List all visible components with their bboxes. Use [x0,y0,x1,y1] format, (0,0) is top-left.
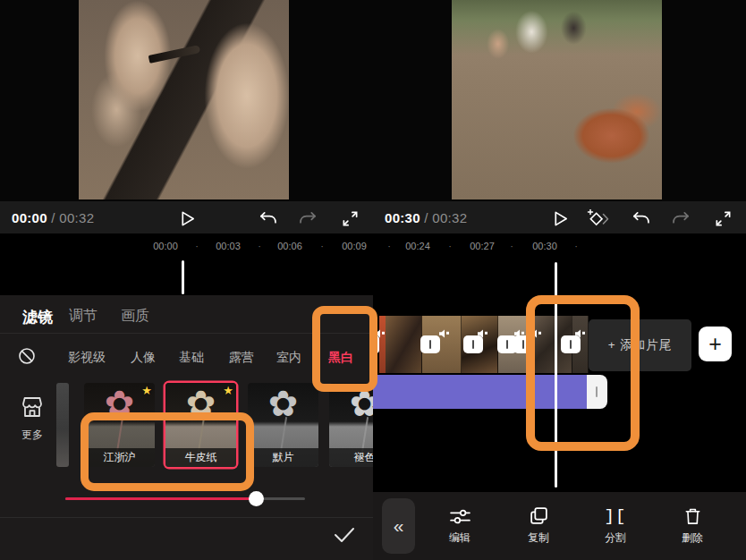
transport-bar: 00:00 / 00:32 [0,201,373,233]
clip-muted-icon [439,326,450,342]
transition-button[interactable] [463,335,483,353]
filter-thumb-partial[interactable] [56,383,69,467]
tool-label: 删除 [661,530,724,546]
delete-tool[interactable]: 删除 [661,503,724,546]
no-filter-icon[interactable] [18,347,36,369]
tab-adjust[interactable]: 调节 [69,307,97,326]
ruler-dot: · [448,241,452,251]
undo-button[interactable] [631,208,650,228]
transition-button[interactable] [420,335,440,353]
filter-thumb-mopian[interactable]: ✿ 默片 [248,383,318,467]
category-portrait[interactable]: 人像 [131,350,156,366]
star-icon: ★ [141,384,152,397]
pen-graphic [148,45,201,64]
total-time: 00:32 [59,210,94,225]
filter-name: 默片 [248,448,318,467]
ruler-tick: 00:00 [153,241,178,251]
category-cinematic[interactable]: 影视级 [68,350,106,366]
slider-fill [65,497,257,500]
more-filters-button[interactable]: 更多 [9,395,55,443]
star-icon: ★ [223,384,233,397]
ruler-dot: · [320,241,324,251]
category-camping[interactable]: 露营 [229,350,254,366]
fullscreen-icon[interactable] [340,208,360,228]
ruler-tick: 00:09 [342,241,367,251]
category-basic[interactable]: 基础 [179,350,204,366]
category-indoor[interactable]: 室内 [276,350,301,366]
redo-button[interactable] [672,208,691,228]
collapse-toolbar-button[interactable]: « [382,498,415,554]
time-separator: / [51,210,55,225]
tool-label: 分割 [584,530,647,546]
add-keyframe-icon[interactable] [585,208,610,228]
video-preview-area [373,0,746,201]
add-clip-button[interactable]: + [699,327,732,361]
tab-filter[interactable]: 滤镜 [22,307,53,327]
timecode: 00:00 / 00:32 [12,210,94,225]
timecode: 00:30 / 00:32 [385,210,467,225]
playhead[interactable] [182,260,184,294]
play-button[interactable] [550,208,570,228]
sliders-icon [428,503,491,526]
tab-quality[interactable]: 画质 [121,307,149,326]
trash-icon [661,503,724,526]
ruler-dot: · [258,241,261,251]
clip-thumbnail[interactable] [386,316,422,373]
filter-intensity-slider[interactable] [65,497,305,500]
ruler-tick: 00:30 [532,241,557,251]
shop-icon [20,395,45,419]
bottom-toolbar: « 编辑 复制 ][ 分割 删除 [373,492,746,560]
timeline-ruler[interactable]: 00:00 · 00:03 · 00:06 · 00:09 [0,234,373,259]
video-preview-area [0,0,373,201]
time-separator: / [424,210,428,225]
ruler-dot: · [195,241,199,251]
filter-thumb-tuise[interactable]: ✿ 褪色 [329,383,373,467]
current-time: 00:30 [385,210,420,225]
annotation-box-playhead-region [526,295,640,451]
edit-tool[interactable]: 编辑 [428,503,491,546]
timeline-ruler[interactable]: · 00:24 · 00:27 · 00:30 · [373,234,746,259]
current-time: 00:00 [12,210,47,225]
more-label: 更多 [9,428,55,443]
ruler-tick: 00:06 [277,241,302,251]
slider-knob[interactable] [249,491,264,506]
total-time: 00:32 [432,210,467,225]
clip-edge [379,316,386,373]
ruler-dot: · [574,241,578,251]
divider [0,517,373,518]
play-button[interactable] [177,208,197,228]
right-screenshot-timeline-state: 00:30 / 00:32 [373,0,746,560]
ruler-tick: 00:03 [216,241,241,251]
ruler-dot: · [510,241,513,251]
annotation-box-blackwhite-category [312,306,377,392]
ruler-tick: 00:27 [470,241,495,251]
filter-name: 褪色 [329,448,373,467]
split-icon: ][ [584,503,647,526]
duplicate-icon [507,503,570,526]
undo-button[interactable] [258,208,277,228]
capcut-editor-comparison: 00:00 / 00:32 00:00 · 00:03 · 00:06 · [0,0,746,560]
confirm-button[interactable] [333,526,358,547]
tool-label: 复制 [507,530,570,546]
annotation-box-filter-thumbs [81,412,254,491]
check-icon [333,526,356,544]
fullscreen-icon[interactable] [713,208,733,228]
split-tool[interactable]: ][ 分割 [584,503,647,546]
tool-label: 编辑 [428,530,491,546]
transport-bar: 00:30 / 00:32 [373,201,746,233]
ruler-tick: 00:24 [405,241,430,251]
video-preview-frame [452,0,662,199]
redo-button[interactable] [299,208,318,228]
ruler-dot: · [387,241,391,251]
video-preview-frame [79,0,289,199]
copy-tool[interactable]: 复制 [507,503,570,546]
